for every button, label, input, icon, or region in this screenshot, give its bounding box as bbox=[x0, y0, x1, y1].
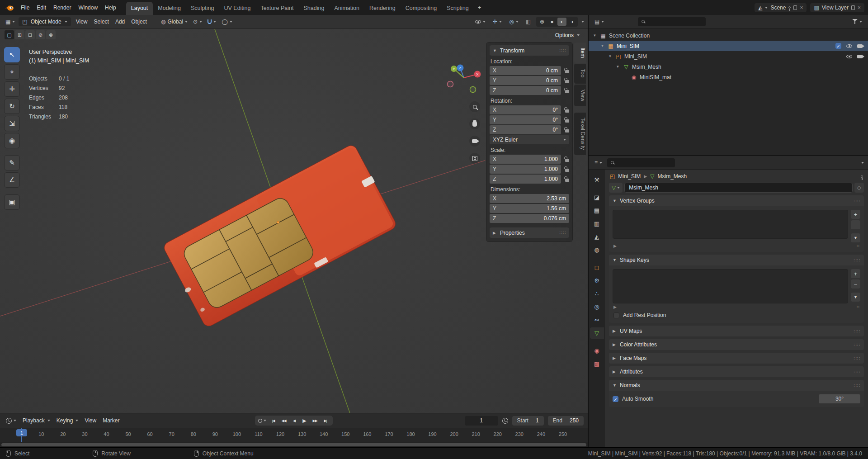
panel-drag-handle[interactable]: ∷∷ bbox=[854, 369, 860, 374]
end-frame-field[interactable]: End 250 bbox=[548, 416, 584, 426]
panel-drag-handle[interactable]: ∷∷ bbox=[559, 48, 566, 53]
scene-selector[interactable]: ◭ Scene × bbox=[755, 3, 807, 12]
move-tool[interactable]: ✛ bbox=[4, 81, 20, 97]
panel-drag-handle[interactable]: ∷∷ bbox=[854, 356, 860, 361]
list-resize-grip[interactable]: ∷ bbox=[857, 244, 859, 248]
workspace-tab-shading[interactable]: Shading bbox=[299, 2, 330, 15]
view-layer-selector[interactable]: ▥ View Layer × bbox=[810, 3, 864, 12]
transform-orientation-dropdown[interactable]: ◍ Global bbox=[159, 18, 189, 26]
next-keyframe-button[interactable]: ▶▶ bbox=[310, 416, 320, 425]
viewport-canvas[interactable]: ▢⊞⊟⊘⊗ Options User Perspective (1) Mini_… bbox=[0, 29, 588, 413]
add-rest-position-checkbox[interactable] bbox=[613, 312, 619, 318]
tab-render[interactable]: ◪ bbox=[590, 192, 604, 203]
horizontal-scrollbar-thumb[interactable] bbox=[1, 443, 586, 446]
workspace-tab-uv-editing[interactable]: UV Editing bbox=[219, 2, 255, 15]
scale-x-field[interactable]: X1.000 bbox=[490, 155, 561, 164]
tab-object[interactable]: ◻ bbox=[590, 262, 604, 273]
lock-toggle[interactable] bbox=[561, 177, 569, 182]
lock-toggle[interactable] bbox=[561, 108, 569, 113]
scale-y-field[interactable]: Y1.000 bbox=[490, 165, 561, 174]
unlink-scene-icon[interactable]: × bbox=[800, 5, 803, 11]
lock-toggle[interactable] bbox=[561, 88, 569, 93]
tab-object-data[interactable]: ▽ bbox=[590, 327, 604, 339]
remove-shape-key-button[interactable]: − bbox=[851, 279, 860, 289]
tab-material[interactable]: ◉ bbox=[590, 345, 604, 356]
outliner-row-minisim-mat[interactable]: ◉MiniSIM_mat bbox=[589, 72, 868, 82]
editor-type-selector[interactable]: ▦ bbox=[4, 18, 17, 25]
normals-header[interactable]: ▼ Normals ∷∷ bbox=[609, 380, 864, 391]
rotation-y-field[interactable]: Y0° bbox=[490, 115, 561, 124]
menu-file[interactable]: File bbox=[17, 3, 33, 13]
start-frame-field[interactable]: Start 1 bbox=[512, 416, 544, 426]
menu-window[interactable]: Window bbox=[75, 3, 101, 13]
npanel-tab-item[interactable]: Item bbox=[574, 43, 586, 63]
snap-toggle[interactable] bbox=[206, 19, 218, 25]
outliner-row-mini-sim[interactable]: ▼▦Mini_SIM bbox=[589, 41, 868, 51]
dimension-y-field[interactable]: Y1.56 cm bbox=[490, 204, 569, 213]
location-z-field[interactable]: Z0 cm bbox=[490, 86, 561, 95]
add-workspace-button[interactable]: + bbox=[474, 2, 486, 13]
overlays-dropdown[interactable]: ◎ bbox=[507, 18, 520, 25]
uv-maps-header[interactable]: ▶ UV Maps ∷∷ bbox=[609, 326, 864, 336]
menu-help[interactable]: Help bbox=[101, 3, 120, 13]
jump-end-button[interactable]: ▶| bbox=[321, 416, 330, 425]
select-intersect-icon[interactable]: ⊗ bbox=[46, 30, 56, 39]
auto-smooth-checkbox[interactable] bbox=[613, 396, 618, 402]
current-frame-field[interactable]: 1 bbox=[465, 416, 498, 426]
annotate-tool[interactable]: ✎ bbox=[4, 155, 20, 170]
zoom-icon[interactable] bbox=[469, 101, 480, 112]
scale-tool[interactable]: ⇲ bbox=[4, 116, 20, 131]
pin-id-icon[interactable] bbox=[861, 175, 863, 178]
timeline-ruler[interactable]: 1 11020304050607080901001101201301401501… bbox=[0, 428, 588, 442]
play-button[interactable]: ▶ bbox=[300, 416, 310, 425]
scale-z-field[interactable]: Z1.000 bbox=[490, 175, 561, 184]
tab-modifiers[interactable]: ⚙ bbox=[590, 275, 604, 286]
tab-particles[interactable]: ∴ bbox=[590, 288, 604, 299]
current-frame-badge[interactable]: 1 bbox=[16, 429, 27, 436]
vertex-groups-header[interactable]: ▼ Vertex Groups ∷∷ bbox=[609, 195, 864, 206]
dimension-x-field[interactable]: X2.53 cm bbox=[490, 194, 569, 203]
tab-output[interactable]: ▤ bbox=[590, 205, 604, 216]
perspective-switch-icon[interactable] bbox=[469, 153, 480, 164]
timeline-editor-type-selector[interactable] bbox=[4, 417, 18, 425]
breadcrumb-object[interactable]: Mini_SIM bbox=[618, 173, 641, 180]
face-maps-header[interactable]: ▶ Face Maps ∷∷ bbox=[609, 353, 864, 364]
tab-tool[interactable]: ⚒ bbox=[590, 174, 604, 185]
expand-caret-icon[interactable]: ▼ bbox=[592, 33, 597, 38]
expand-caret-icon[interactable]: ▼ bbox=[600, 44, 605, 48]
properties-editor-type-selector[interactable]: ≡ bbox=[593, 159, 604, 166]
panel-drag-handle[interactable]: ∷∷ bbox=[559, 230, 566, 235]
rotation-mode-dropdown[interactable]: XYZ Euler bbox=[490, 135, 569, 144]
prev-keyframe-button[interactable]: ◀◀ bbox=[279, 416, 289, 425]
timeline-menu-playback[interactable]: Playback bbox=[19, 416, 53, 425]
remove-view-layer-icon[interactable]: × bbox=[858, 5, 861, 11]
outliner-row-scene-collection[interactable]: ▼▦Scene Collection bbox=[589, 30, 868, 41]
location-x-field[interactable]: X0 cm bbox=[490, 66, 561, 75]
workspace-tab-modeling[interactable]: Modeling bbox=[153, 2, 186, 15]
use-preview-range-icon[interactable] bbox=[502, 418, 508, 424]
tab-constraints[interactable]: ∾ bbox=[590, 314, 604, 326]
navigation-gizmo[interactable]: Y Z X bbox=[440, 51, 490, 100]
blender-logo-icon[interactable] bbox=[4, 3, 15, 12]
axis-negx-handle[interactable] bbox=[448, 81, 453, 87]
workspace-tab-layout[interactable]: Layout bbox=[126, 2, 153, 15]
xray-toggle[interactable]: ◧ bbox=[524, 18, 533, 25]
properties-search-input[interactable] bbox=[607, 158, 675, 167]
rendered-shading-button[interactable]: ◑ bbox=[567, 18, 576, 26]
lock-toggle[interactable] bbox=[561, 157, 569, 162]
play-reverse-button[interactable]: ◀ bbox=[289, 416, 299, 425]
auto-keying-toggle[interactable] bbox=[257, 416, 267, 425]
mode-dropdown[interactable]: ◰ Object Mode bbox=[19, 17, 71, 26]
list-resize-grip[interactable]: ∷ bbox=[857, 305, 859, 309]
add-cube-tool[interactable]: ▣ bbox=[4, 194, 20, 210]
expand-caret-icon[interactable]: ▼ bbox=[615, 65, 620, 69]
outliner-row-mini-sim[interactable]: ▼◰Mini_SIM bbox=[589, 51, 868, 62]
rotate-tool[interactable]: ↻ bbox=[4, 99, 20, 114]
lock-toggle[interactable] bbox=[561, 128, 569, 132]
panel-drag-handle[interactable]: ∷∷ bbox=[854, 329, 860, 334]
object-visibility-dropdown[interactable] bbox=[473, 19, 487, 24]
menu-edit[interactable]: Edit bbox=[33, 3, 50, 13]
camera-view-icon[interactable] bbox=[469, 136, 480, 147]
menu-render[interactable]: Render bbox=[50, 3, 75, 13]
measure-tool[interactable]: ∠ bbox=[4, 172, 20, 188]
